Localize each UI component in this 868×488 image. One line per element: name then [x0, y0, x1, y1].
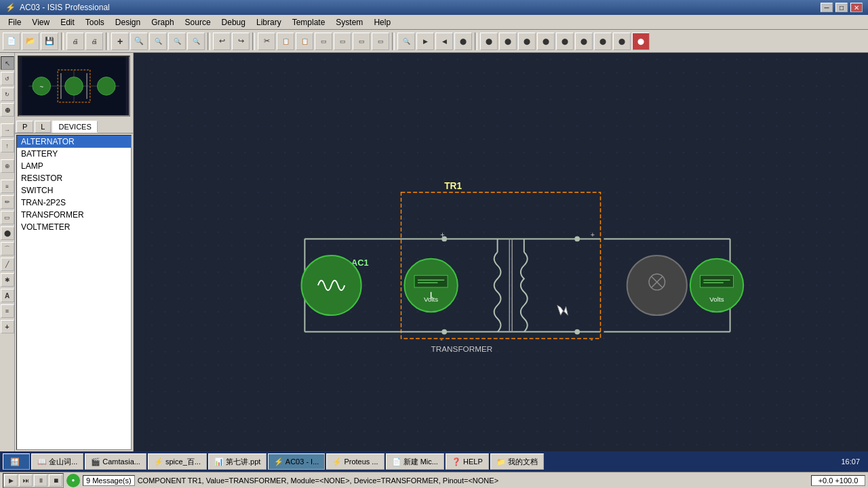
tb-add-wire[interactable]: +	[111, 33, 129, 50]
tb-save[interactable]: 💾	[41, 33, 58, 50]
tb-block2[interactable]: ▭	[334, 33, 351, 50]
toolbar: 📄 📂 💾 🖨 🖨 + 🔍 🔍 🔍 🔍 ↩ ↪ ✂ 📋 📋 ▭ ▭ ▭ ▭ 🔍 …	[0, 30, 868, 53]
menu-system[interactable]: System	[330, 16, 368, 28]
tb-play[interactable]: ▶	[416, 33, 434, 50]
menu-tools[interactable]: Tools	[80, 16, 110, 28]
tb-block4[interactable]: ▭	[372, 33, 389, 50]
status-pause[interactable]: ⏸	[34, 474, 47, 487]
device-tran2p2s[interactable]: TRAN-2P2S	[17, 197, 131, 209]
device-list: ALTERNATOR BATTERY LAMP RESISTOR SWITCH …	[16, 135, 132, 450]
status-bar: ▶ ⏭ ⏸ ⏹ ● 9 Message(s) COMPONENT TR1, Va…	[0, 472, 868, 488]
tool-add-component[interactable]: ⊕	[1, 103, 14, 117]
tb-zoom-fit[interactable]: 🔍	[187, 33, 205, 50]
device-switch[interactable]: SWITCH	[17, 184, 131, 197]
tool-text2[interactable]: A	[1, 289, 14, 302]
tool-label[interactable]: ≡	[1, 180, 14, 193]
tb-open[interactable]: 📂	[22, 33, 39, 50]
status-stop[interactable]: ⏹	[49, 474, 62, 487]
tab-devices[interactable]: DEVICES	[52, 121, 97, 133]
status-step[interactable]: ⏭	[19, 474, 33, 487]
taskbar-item-3[interactable]: ⚡ spice_百...	[148, 453, 207, 470]
taskbar-item-7[interactable]: 📄 新建 Mic...	[386, 453, 444, 470]
tb-extra1[interactable]: ⬤	[480, 33, 498, 50]
menu-design[interactable]: Design	[110, 16, 146, 28]
tool-pointer[interactable]: ↖	[1, 56, 14, 70]
tb-zoom-area[interactable]: 🔍	[168, 33, 186, 50]
status-play[interactable]: ▶	[4, 474, 18, 487]
tb-copy[interactable]: 📋	[277, 33, 294, 50]
tool-junction[interactable]: ⊕	[1, 159, 14, 173]
menu-source[interactable]: Source	[180, 16, 216, 28]
tool-arc[interactable]: ⌒	[1, 242, 14, 256]
tb-extra6[interactable]: ⬤	[575, 33, 593, 50]
tool-bus[interactable]: ↑	[1, 139, 14, 152]
tb-zoom-in[interactable]: 🔍	[130, 33, 148, 50]
tb-new[interactable]: 📄	[3, 33, 20, 50]
taskbar-item-4[interactable]: 📊 第七讲.ppt	[208, 453, 267, 470]
device-voltmeter[interactable]: VOLTMETER	[17, 221, 131, 233]
tb-cut[interactable]: ✂	[258, 33, 275, 50]
svg-point-23	[574, 329, 580, 335]
maximize-button[interactable]: □	[835, 3, 848, 12]
taskbar-item-6[interactable]: ⚡ Proteus ...	[326, 453, 384, 470]
tb-block3[interactable]: ▭	[353, 33, 370, 50]
tool-undo[interactable]: ↺	[1, 72, 14, 85]
device-transformer[interactable]: TRANSFORMER	[17, 209, 131, 221]
tb-redo[interactable]: ↪	[232, 33, 250, 50]
tb-extra3[interactable]: ⬤	[518, 33, 536, 50]
menu-graph[interactable]: Graph	[146, 16, 179, 28]
tb-block1[interactable]: ▭	[315, 33, 332, 50]
tb-extra7[interactable]: ⬤	[594, 33, 612, 50]
menu-view[interactable]: View	[26, 16, 55, 28]
tool-wire[interactable]: →	[1, 123, 14, 137]
work-area[interactable]: *DEFINE GWIRE=1E3 TR1 TRANSFORMER	[134, 53, 868, 451]
taskbar-item-8[interactable]: ❓ HELP	[446, 453, 489, 470]
tool-line[interactable]: ╱	[1, 258, 14, 271]
tool-separator2	[1, 155, 14, 157]
tool-add[interactable]: +	[1, 320, 14, 333]
taskbar-item-5[interactable]: ⚡ AC03 - I...	[268, 453, 325, 470]
tb-back[interactable]: ◀	[435, 33, 453, 50]
tb-red[interactable]: ⬤	[632, 33, 650, 50]
svg-text:+: +	[440, 230, 444, 239]
close-button[interactable]: ✕	[850, 3, 863, 12]
tb-zoom-full[interactable]: 🔍	[397, 33, 415, 50]
taskbar-item-1[interactable]: 📖 金山词...	[31, 453, 83, 470]
menu-help[interactable]: Help	[368, 16, 396, 28]
tb-extra2[interactable]: ⬤	[499, 33, 517, 50]
tool-marker[interactable]: ✱	[1, 273, 14, 287]
svg-text:~: ~	[39, 83, 43, 90]
tool-box[interactable]: ▭	[1, 211, 14, 224]
message-count: 9 Message(s)	[83, 475, 135, 486]
menu-template[interactable]: Template	[287, 16, 331, 28]
device-lamp[interactable]: LAMP	[17, 160, 131, 172]
tool-redo[interactable]: ↻	[1, 87, 14, 101]
tb-mark[interactable]: ⬤	[454, 33, 472, 50]
tool-symbol[interactable]: ≡	[1, 304, 14, 318]
tb-zoom-out[interactable]: 🔍	[149, 33, 167, 50]
tool-circle[interactable]: ⬤	[1, 226, 14, 240]
device-resistor[interactable]: RESISTOR	[17, 172, 131, 184]
tb-extra4[interactable]: ⬤	[537, 33, 555, 50]
menu-edit[interactable]: Edit	[55, 16, 80, 28]
tab-p[interactable]: P	[16, 121, 33, 133]
tool-text[interactable]: ✏	[1, 195, 14, 209]
tb-print[interactable]: 🖨	[66, 33, 84, 50]
start-button[interactable]: 🪟	[3, 453, 30, 470]
tb-extra5[interactable]: ⬤	[556, 33, 574, 50]
taskbar-item-2[interactable]: 🎬 Camtasia...	[85, 453, 146, 470]
taskbar-item-9[interactable]: 📁 我的文档	[490, 453, 544, 470]
tb-paste[interactable]: 📋	[296, 33, 313, 50]
menu-debug[interactable]: Debug	[216, 16, 251, 28]
minimize-button[interactable]: ─	[821, 3, 833, 12]
taskbar-time: 16:07	[835, 453, 865, 470]
start-icon: 🪟	[10, 458, 20, 466]
menu-file[interactable]: File	[3, 16, 26, 28]
tb-undo[interactable]: ↩	[213, 33, 231, 50]
device-battery[interactable]: BATTERY	[17, 148, 131, 160]
tab-l[interactable]: L	[35, 121, 51, 133]
tb-print2[interactable]: 🖨	[85, 33, 103, 50]
device-alternator[interactable]: ALTERNATOR	[17, 136, 131, 148]
tb-extra8[interactable]: ⬤	[613, 33, 631, 50]
menu-library[interactable]: Library	[251, 16, 287, 28]
